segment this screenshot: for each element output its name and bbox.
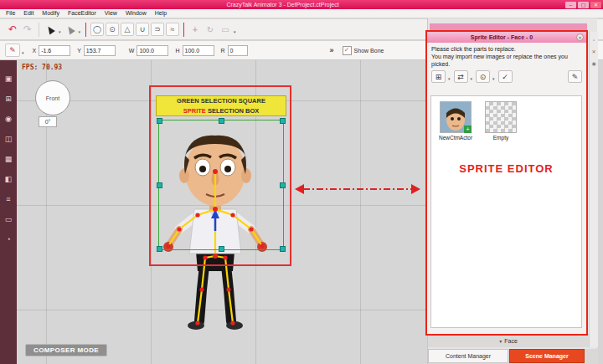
selection-handle[interactable]	[157, 118, 162, 124]
selection-handle[interactable]	[280, 182, 286, 188]
tab-content-manager[interactable]: Content Manager	[428, 349, 508, 363]
title-bar[interactable]: CrazyTalk Animator 3 - DefProject.ctProj…	[0, 0, 603, 9]
toolbar-separator	[39, 23, 39, 37]
sidebar-tool-5-icon[interactable]: ▦	[5, 151, 13, 172]
callout-line1: GREEN SELECTION SQUARE	[177, 97, 265, 105]
selection-handle[interactable]	[219, 246, 224, 252]
window-title: CrazyTalk Animator 3 - DefProject.ctProj…	[0, 0, 565, 9]
select-check-icon[interactable]: ✓	[498, 70, 513, 83]
sprite-item[interactable]: Empty	[482, 101, 520, 141]
face-shape-tool-icon[interactable]: ◯	[90, 23, 104, 36]
select-tool-dropdown-icon[interactable]: ▾	[59, 29, 61, 34]
close-button[interactable]: ✕	[590, 2, 601, 8]
sidebar-tool-3-icon[interactable]: ◉	[5, 111, 12, 131]
menu-bar: File Edit Modify FaceEditor View Window …	[0, 9, 603, 18]
mouth-tool-icon[interactable]: ∪	[136, 23, 149, 36]
dialog-close-icon[interactable]: ✕	[576, 33, 584, 41]
replace-dropdown-icon[interactable]: ▾	[471, 76, 473, 81]
menu-window[interactable]: Window	[121, 9, 151, 18]
grid-line	[360, 60, 361, 364]
dialog-title-bar[interactable]: Sprite Editor - Face - 0 ✕	[427, 32, 586, 43]
menu-file[interactable]: File	[2, 9, 19, 18]
brow-tool-icon[interactable]: ≈	[166, 23, 179, 36]
selection-handle[interactable]	[219, 118, 224, 124]
stage-canvas[interactable]: FPS: 70.93 Front 0°	[17, 60, 427, 364]
composer-mode-badge: COMPOSER MODE	[25, 344, 107, 356]
rail-collapse-icon[interactable]: ▫	[590, 38, 598, 43]
menu-help[interactable]: Help	[151, 9, 171, 18]
selection-handle[interactable]	[280, 246, 286, 252]
maximize-button[interactable]: ▢	[578, 2, 589, 8]
dialog-hint: Please click the parts to replace. You m…	[427, 43, 586, 69]
sprite-thumbnail-empty[interactable]	[485, 101, 517, 133]
move-tool-icon[interactable]: +	[188, 23, 202, 36]
transform-mode-dropdown-icon[interactable]: ▾	[22, 50, 24, 55]
cursor-alt-icon	[65, 24, 75, 34]
pick-tool-icon[interactable]	[64, 23, 77, 36]
fps-readout: FPS: 70.93	[22, 64, 62, 71]
rail-close-icon[interactable]: ✕	[590, 49, 598, 54]
camera-orbit-control[interactable]: Front	[35, 80, 70, 115]
ear-tool-icon[interactable]: ⊃	[151, 23, 164, 36]
show-bone-checkbox[interactable]: ✓	[343, 46, 352, 55]
visibility-dropdown-icon[interactable]: ▾	[492, 76, 495, 81]
undo-icon[interactable]: ↶	[6, 23, 19, 36]
callout-line2-accent: SPRITE	[183, 107, 206, 115]
toolbar-separator-red	[85, 23, 86, 37]
y-label: Y	[77, 48, 81, 54]
face-section-header[interactable]: ▾ Face	[428, 334, 589, 347]
sidebar-tool-8-icon[interactable]: ▭	[5, 212, 13, 232]
import-image-icon[interactable]: ⊞	[431, 70, 446, 83]
app-window: CrazyTalk Animator 3 - DefProject.ctProj…	[0, 0, 603, 364]
camera-angle-value[interactable]: 0°	[39, 116, 57, 127]
sprite-item[interactable]: + NewCtmActor	[436, 101, 475, 141]
h-input[interactable]	[183, 45, 214, 56]
eye-tool-icon[interactable]: ⊙	[106, 23, 119, 36]
w-input[interactable]	[137, 45, 168, 56]
scale-tool-icon[interactable]: ▭	[219, 23, 232, 36]
sidebar-tool-1-icon[interactable]: ▣	[5, 71, 13, 91]
menu-edit[interactable]: Edit	[19, 9, 38, 18]
panel-rail: ▫ ✕ ◉	[589, 32, 598, 347]
sidebar-tool-2-icon[interactable]: ⊞	[5, 91, 12, 111]
visibility-icon[interactable]: ⊙	[476, 70, 490, 83]
r-input[interactable]	[228, 45, 248, 56]
sprite-thumbnail-actor[interactable]: +	[440, 101, 472, 133]
x-input[interactable]	[39, 45, 70, 56]
green-selection-square[interactable]	[158, 120, 284, 250]
selection-handle[interactable]	[280, 118, 286, 124]
menu-view[interactable]: View	[100, 9, 121, 18]
selection-handle[interactable]	[157, 182, 162, 188]
x-label: X	[33, 48, 37, 54]
sidebar-tool-6-icon[interactable]: ◧	[5, 172, 13, 192]
rail-pin-icon[interactable]: ◉	[590, 60, 598, 66]
rotate-tool-icon[interactable]: ↻	[204, 23, 217, 36]
sidebar-tool-9-icon[interactable]: ◔	[6, 232, 10, 252]
menu-modify[interactable]: Modify	[38, 9, 64, 18]
more-options-icon[interactable]: »	[330, 46, 334, 54]
menu-faceeditor[interactable]: FaceEditor	[64, 9, 100, 18]
transform-dropdown-icon[interactable]: ▾	[234, 29, 236, 34]
left-toolbar: ▣ ⊞ ◉ ◫ ▦ ◧ ≡ ▭ ◔	[0, 60, 17, 364]
edit-sprite-icon[interactable]: ✎	[568, 70, 582, 83]
dialog-title: Sprite Editor - Face - 0	[427, 34, 576, 40]
w-label: W	[129, 48, 135, 54]
nose-tool-icon[interactable]: △	[121, 23, 134, 36]
tab-scene-manager[interactable]: Scene Manager	[509, 349, 585, 363]
replace-image-icon[interactable]: ⇄	[454, 70, 468, 83]
selection-handle[interactable]	[157, 246, 162, 252]
sidebar-tool-4-icon[interactable]: ◫	[5, 131, 13, 151]
show-bone-label: Show Bone	[354, 48, 384, 54]
chevron-down-icon: ▾	[499, 338, 502, 344]
y-input[interactable]	[84, 45, 116, 56]
transform-mode-icon[interactable]: ✎	[5, 44, 20, 57]
pick-tool-dropdown-icon[interactable]: ▾	[79, 29, 81, 34]
redo-icon[interactable]: ↷	[21, 23, 34, 36]
minimize-button[interactable]: –	[565, 2, 576, 8]
import-dropdown-icon[interactable]: ▾	[448, 76, 451, 81]
thumb-status-icon: +	[464, 126, 472, 133]
sprite-editor-watermark: SPRITE EDITOR	[431, 162, 581, 175]
sidebar-tool-7-icon[interactable]: ≡	[6, 192, 10, 212]
select-tool-icon[interactable]	[44, 23, 57, 36]
sprite-list: + NewCtmActor Empty SPRITE EDITOR	[430, 95, 582, 328]
